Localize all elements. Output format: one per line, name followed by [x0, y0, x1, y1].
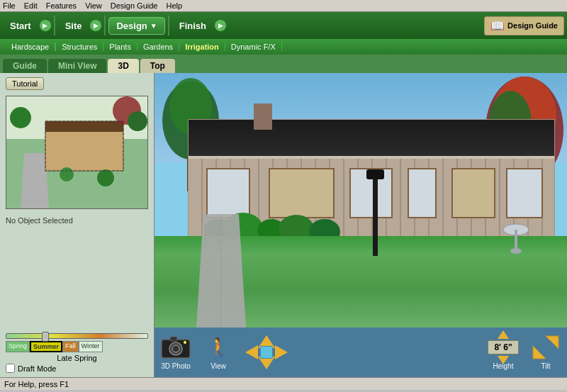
viewtabs: Guide Mini View 3D Top [0, 55, 567, 73]
height-value: 8' 6" [488, 340, 519, 354]
house-roof [189, 120, 554, 157]
move-arrows-icon [245, 335, 288, 369]
start-button[interactable]: Start [3, 18, 38, 34]
site-arrow-icon[interactable]: ▶ [90, 20, 101, 31]
start-label: Start [10, 21, 31, 31]
svg-rect-31 [170, 337, 177, 341]
current-season-label: Late Spring [6, 354, 148, 362]
draft-mode-checkbox[interactable] [6, 364, 15, 373]
statusbar: For Help, press F1 [0, 377, 567, 390]
view-icon: 🚶 [203, 335, 234, 360]
svg-point-5 [10, 107, 31, 128]
arrow-left-icon[interactable] [245, 345, 258, 359]
tab-miniview[interactable]: Mini View [48, 59, 106, 73]
svg-point-8 [60, 167, 74, 181]
design-guide-label: Design Guide [507, 21, 558, 30]
draft-mode-label: Draft Mode [18, 364, 56, 373]
photo3d-label: 3D Photo [161, 362, 191, 370]
subnav-hardscape[interactable]: Hardscape [6, 43, 55, 51]
subnav-plants[interactable]: Plants [103, 43, 137, 51]
nav-separator-2 [104, 16, 106, 35]
menu-view[interactable]: View [85, 1, 102, 10]
arrow-right-icon[interactable] [275, 345, 288, 359]
window-3 [408, 168, 437, 218]
draft-mode-area: Draft Mode [6, 362, 148, 374]
status-text: For Help, press F1 [4, 380, 69, 388]
tab-guide[interactable]: Guide [3, 59, 47, 73]
main-area: Tutorial [0, 73, 567, 377]
subnav-irrigation[interactable]: Irrigation [179, 43, 225, 51]
finish-arrow-icon[interactable]: ▶ [215, 20, 226, 31]
menu-file[interactable]: File [3, 1, 16, 10]
lamp-post-head [366, 169, 384, 179]
svg-point-7 [128, 111, 147, 131]
topnav: Start ▶ Site ▶ Design ▼ Finish ▶ 📖 Desig… [0, 12, 567, 39]
photo3d-button[interactable]: 3D Photo [160, 335, 191, 370]
subnav-dynamic-fx[interactable]: Dynamic F/X [225, 43, 282, 51]
subnav: Hardscape Structures Plants Gardens Irri… [0, 39, 567, 55]
season-fall[interactable]: Fall [62, 341, 79, 352]
no-object-label: No Object Selected [0, 212, 154, 229]
height-up-icon[interactable] [498, 330, 509, 339]
site-button[interactable]: Site [58, 18, 89, 34]
toolbar: 3D Photo 🚶 View [155, 327, 567, 377]
camera-icon [160, 335, 191, 359]
tilt-control[interactable]: Tilt [530, 335, 561, 370]
subnav-structures[interactable]: Structures [55, 43, 103, 51]
menu-features[interactable]: Features [46, 1, 77, 10]
design-button[interactable]: Design ▼ [108, 17, 164, 35]
menu-help[interactable]: Help [166, 1, 182, 10]
svg-point-32 [184, 341, 186, 344]
start-arrow-icon[interactable]: ▶ [40, 20, 51, 31]
menu-edit[interactable]: Edit [24, 1, 38, 10]
arrow-center-icon[interactable] [260, 346, 273, 359]
svg-rect-4 [45, 121, 123, 132]
menu-design-guide[interactable]: Design Guide [111, 1, 158, 10]
view-label: View [210, 362, 226, 370]
svg-marker-34 [533, 346, 546, 359]
design-guide-button[interactable]: 📖 Design Guide [484, 16, 564, 35]
window-5 [506, 168, 543, 218]
season-slider-thumb[interactable] [42, 332, 49, 342]
svg-rect-26 [515, 230, 517, 251]
height-control[interactable]: 8' 6" Height [488, 335, 519, 370]
season-labels: Spring Summer Fall Winter [6, 341, 148, 352]
lamp-post-pole [373, 178, 378, 256]
chimney [254, 103, 272, 130]
driveway-svg [175, 200, 317, 327]
season-winter[interactable]: Winter [79, 341, 103, 352]
tilt-label: Tilt [541, 362, 551, 370]
svg-point-30 [172, 345, 179, 352]
finish-button[interactable]: Finish [172, 18, 213, 34]
tutorial-button[interactable]: Tutorial [6, 77, 44, 90]
tilt-arrows-svg [530, 335, 561, 360]
minimap-svg [6, 96, 148, 209]
svg-point-27 [510, 248, 522, 254]
svg-marker-2 [21, 153, 49, 209]
svg-point-9 [97, 169, 114, 186]
season-area: Spring Summer Fall Winter Late Spring Dr… [0, 330, 154, 377]
right-panel: 3D Photo 🚶 View [155, 73, 567, 377]
tilt-icon [530, 335, 561, 360]
season-spring[interactable]: Spring [6, 341, 30, 352]
design-dropdown-icon: ▼ [150, 22, 157, 30]
site-label: Site [65, 21, 82, 31]
person-icon: 🚶 [207, 337, 230, 359]
birdbath-svg [502, 223, 530, 262]
svg-marker-33 [546, 336, 558, 349]
season-summer[interactable]: Summer [30, 341, 62, 352]
subnav-gardens[interactable]: Gardens [137, 43, 179, 51]
minimap [6, 96, 148, 209]
view-3d [155, 73, 567, 327]
move-button[interactable] [245, 335, 288, 369]
tab-3d[interactable]: 3D [108, 59, 138, 73]
photo3d-icon [160, 335, 191, 360]
tab-top[interactable]: Top [140, 59, 175, 73]
season-slider-track[interactable] [6, 333, 148, 339]
finish-label: Finish [179, 21, 206, 31]
nav-separator-1 [54, 16, 55, 35]
view-button[interactable]: 🚶 View [203, 335, 234, 370]
nav-separator-3 [168, 16, 169, 35]
left-panel: Tutorial [0, 73, 155, 377]
menubar: File Edit Features View Design Guide Hel… [0, 0, 567, 12]
